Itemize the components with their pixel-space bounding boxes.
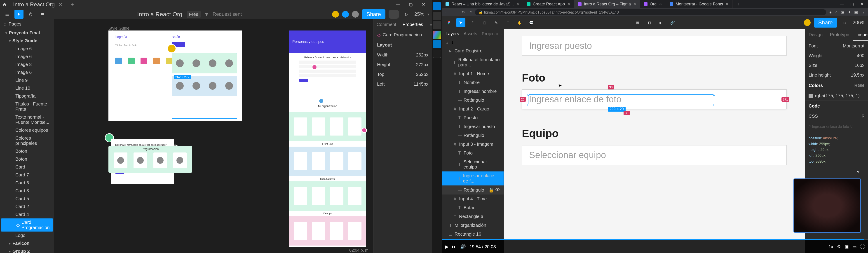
new-tab-button[interactable]: + [733, 1, 744, 7]
reload-icon[interactable]: ⟳ [462, 10, 465, 15]
user-avatar[interactable] [352, 11, 359, 18]
vscode-icon[interactable] [433, 40, 441, 48]
tab-inspect[interactable]: Inspect [853, 29, 868, 41]
layer-item[interactable]: Card 4 [0, 211, 54, 218]
play-icon[interactable]: ▷ [840, 18, 849, 27]
copy-icon[interactable]: ⎘ [862, 114, 864, 119]
layer-item[interactable]: TSeleccionar equipo [442, 157, 504, 171]
tab-layers[interactable]: Layers [445, 31, 459, 36]
figma-menu-icon[interactable] [445, 18, 454, 27]
zoom-level[interactable]: 25% [414, 11, 424, 17]
layer-item[interactable]: Line 10 [0, 84, 54, 92]
dev-mode-icon[interactable] [389, 10, 399, 19]
tab-design[interactable]: Design [805, 29, 826, 41]
color-swatch[interactable] [809, 94, 813, 98]
extension-icon[interactable]: ◉ [841, 10, 844, 15]
caret-down-icon[interactable]: ▾ [205, 11, 208, 18]
windows-start-icon[interactable] [433, 2, 441, 10]
layer-item[interactable]: Image 6 [0, 53, 54, 61]
extension-icon[interactable]: ○ [835, 10, 838, 15]
minimize-icon[interactable]: — [396, 2, 400, 7]
close-icon[interactable]: ✕ [422, 2, 425, 7]
back-icon[interactable]: ← [445, 10, 449, 15]
layer-item[interactable]: Títulos - Fuente Prata [0, 100, 54, 113]
layer-item[interactable]: #Input 1 - Nome [442, 69, 504, 78]
move-tool-icon[interactable] [456, 18, 465, 27]
play-icon[interactable]: ▶ [445, 244, 448, 249]
extensions-menu-icon[interactable]: ⋮ [861, 10, 865, 15]
frame-tool-icon[interactable]: # [468, 18, 477, 27]
share-button[interactable]: Share [814, 18, 837, 28]
playback-speed[interactable]: 1x [829, 244, 833, 249]
webcam-overlay[interactable] [794, 179, 861, 233]
visibility-icon[interactable]: 👁 [495, 187, 500, 193]
help-icon[interactable]: ? [855, 170, 861, 176]
pages-header[interactable]: ⌕ Pages [0, 19, 54, 29]
theater-icon[interactable]: ▭ [852, 244, 857, 249]
file-tab[interactable]: Intro a React Org ✕ [9, 0, 67, 9]
page-item[interactable]: ▾Proyecto Final [0, 29, 54, 37]
browser-tab[interactable]: Montserrat - Google Fonts✕ [666, 0, 733, 8]
zoom-caret-icon[interactable]: ▾ [428, 12, 429, 17]
browser-tab-active[interactable]: Intro a React Org – Figma✕ [574, 0, 640, 8]
layer-item[interactable]: TNombre [442, 78, 504, 87]
figma-icon[interactable] [433, 50, 441, 58]
close-icon[interactable]: ✕ [516, 2, 519, 6]
tab-page[interactable]: Projecto... [482, 31, 502, 36]
frame-item[interactable]: ▾Style Guide [0, 37, 54, 45]
tab-properties[interactable]: Properties [399, 19, 426, 30]
frame-item[interactable]: ▸Group 2 [0, 247, 54, 253]
layer-item[interactable]: TPuesto [442, 114, 504, 122]
tab-comment[interactable]: Comment [373, 19, 399, 30]
maximize-icon[interactable]: ▢ [409, 2, 413, 7]
frame-item[interactable]: ▸Favicon [0, 240, 54, 247]
move-tool-icon[interactable] [14, 10, 24, 19]
close-icon[interactable]: ✕ [567, 2, 570, 6]
layer-item[interactable]: Image 6 [0, 45, 54, 53]
layer-item[interactable]: #Input 3 - Imagem [442, 140, 504, 149]
mask-icon[interactable]: ◐ [656, 18, 665, 27]
menu-icon[interactable] [3, 10, 12, 19]
artboard-fullpage[interactable]: Personas y equipos Rellena el formulario… [289, 31, 366, 247]
new-tab-button[interactable]: + [67, 1, 78, 8]
maximize-icon[interactable]: ▢ [850, 2, 854, 6]
layer-item[interactable]: Card 2 [0, 202, 54, 211]
close-icon[interactable]: ✕ [861, 2, 864, 6]
fullscreen-icon[interactable]: ⛶ [860, 244, 865, 249]
link-icon[interactable]: 🔗 [668, 18, 677, 27]
artboard-styleguide[interactable]: Tipografía Botón Títulos - Fuente Prata [108, 31, 242, 121]
css-code-block[interactable]: /* Ingresar enlace de foto */ position: … [805, 121, 868, 167]
layer-item[interactable]: Boton [0, 155, 54, 163]
layer-item[interactable]: Boton [0, 147, 54, 155]
doc-title[interactable]: Intro a React Org [137, 11, 182, 18]
layer-item[interactable]: TIngresar puesto [442, 122, 504, 131]
artboard-cards[interactable]: Programación [108, 146, 192, 173]
design-canvas[interactable]: Style Guide Tipografía Botón Títulos - F… [54, 19, 373, 253]
layer-item[interactable]: Logo [0, 231, 54, 240]
layer-item[interactable]: TMi organización [442, 221, 504, 230]
layer-item-selected[interactable]: ◇Card Programacion [1, 218, 53, 231]
play-icon[interactable]: ▷ [402, 10, 411, 19]
tab-prototype[interactable]: Prototype [826, 29, 853, 41]
layer-item[interactable]: Line 9 [0, 76, 54, 84]
close-icon[interactable]: ✕ [633, 2, 637, 6]
browser-tab[interactable]: React – Una biblioteca de JavaS...✕ [442, 0, 523, 8]
layer-item[interactable]: TRellena el formulario para... [442, 55, 504, 69]
chrome-icon[interactable] [433, 31, 441, 39]
browser-tab[interactable]: Create React App✕ [523, 0, 574, 8]
close-icon[interactable]: ✕ [725, 2, 728, 6]
layer-item[interactable]: Texto normal - Fuente Montse... [0, 113, 54, 126]
boolean-icon[interactable]: ◧ [645, 18, 654, 27]
next-icon[interactable]: ⏭ [452, 244, 457, 249]
page-indicator[interactable]: #1 [442, 39, 504, 46]
layer-item[interactable]: #Input 4 - Time [442, 194, 504, 203]
layer-item[interactable]: Tipografía [0, 92, 54, 100]
pen-tool-icon[interactable]: ✎ [492, 18, 501, 27]
explorer-icon[interactable] [433, 21, 441, 29]
minimize-icon[interactable]: — [840, 2, 844, 6]
close-icon[interactable]: ✕ [659, 2, 662, 6]
figma-home-icon[interactable] [0, 0, 9, 9]
layer-item[interactable]: TFoto [442, 149, 504, 157]
layer-item[interactable]: Image 6 [0, 68, 54, 76]
share-button[interactable]: Share [362, 9, 385, 19]
